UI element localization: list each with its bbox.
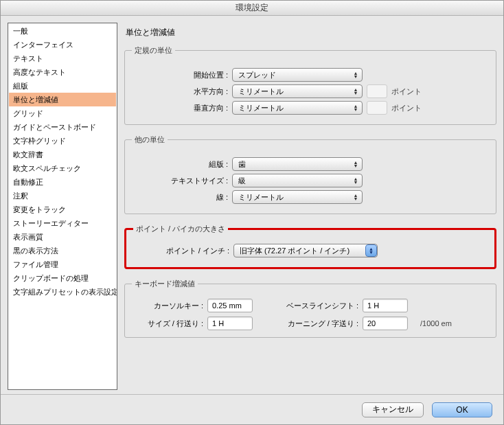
- typesetting-select[interactable]: 歯 ▲▼: [232, 157, 363, 171]
- kerning-tracking-input[interactable]: [363, 317, 408, 330]
- horizontal-label: 水平方向 :: [132, 87, 228, 97]
- sidebar-item[interactable]: 注釈: [9, 189, 116, 203]
- keyboard-increments-legend: キーボード増減値: [132, 279, 198, 289]
- chevron-updown-icon: ▲▼: [351, 88, 360, 95]
- origin-label: 開始位置 :: [132, 70, 228, 80]
- chevron-updown-icon: ▲▼: [351, 104, 360, 111]
- sidebar-item[interactable]: ファイル管理: [9, 257, 116, 271]
- kerning-unit: /1000 em: [417, 319, 489, 328]
- sidebar-item[interactable]: 欧文スペルチェック: [9, 161, 116, 175]
- cancel-button[interactable]: キャンセル: [362, 402, 424, 417]
- stroke-select[interactable]: ミリメートル ▲▼: [232, 190, 363, 204]
- sidebar-item[interactable]: 変更をトラック: [9, 203, 116, 216]
- point-pica-legend: ポイント / パイカの大きさ: [133, 224, 228, 234]
- point-inch-label: ポイント / インチ :: [133, 246, 229, 256]
- baseline-shift-input[interactable]: [363, 299, 408, 312]
- sidebar-item[interactable]: 黒の表示方法: [9, 244, 116, 257]
- category-sidebar: 一般インターフェイステキスト高度なテキスト組版単位と増減値グリッドガイドとペース…: [8, 23, 117, 390]
- baseline-shift-label: ベースラインシフト :: [262, 301, 363, 311]
- vertical-suffix: ポイント: [391, 103, 422, 113]
- dialog-footer: キャンセル OK: [1, 394, 503, 424]
- sidebar-item[interactable]: ストーリーエディター: [9, 216, 116, 230]
- chevron-updown-icon: ▲▼: [351, 71, 360, 78]
- panel-heading: 単位と増減値: [126, 27, 496, 38]
- textsize-select[interactable]: 級 ▲▼: [232, 174, 363, 187]
- typesetting-label: 組版 :: [132, 159, 228, 170]
- origin-select[interactable]: スプレッド ▲▼: [232, 68, 363, 82]
- sidebar-item[interactable]: 単位と増減値: [9, 93, 116, 106]
- chevron-updown-icon: ▲▼: [351, 194, 360, 200]
- chevron-updown-icon: ▲▼: [351, 177, 360, 184]
- sidebar-item[interactable]: クリップボードの処理: [9, 271, 116, 285]
- size-leading-input[interactable]: [207, 317, 253, 330]
- ok-button[interactable]: OK: [432, 402, 492, 417]
- point-pica-group: ポイント / パイカの大きさ ポイント / インチ : 旧字体 (72.27 ポ…: [124, 224, 496, 269]
- window-title: 環境設定: [236, 2, 268, 14]
- sidebar-item[interactable]: ガイドとペーストボード: [9, 120, 116, 134]
- chevron-updown-icon: ▲▼: [365, 244, 377, 257]
- sidebar-item[interactable]: 表示画質: [9, 230, 116, 244]
- other-units-group: 他の単位 組版 : 歯 ▲▼ テキストサイズ : 級 ▲▼ 線 :: [124, 135, 496, 214]
- size-leading-label: サイズ / 行送り :: [132, 319, 207, 329]
- textsize-label: テキストサイズ :: [132, 176, 228, 186]
- keyboard-increments-group: キーボード増減値 カーソルキー : ベースラインシフト : サイズ / 行送り …: [124, 279, 496, 338]
- horizontal-select[interactable]: ミリメートル ▲▼: [232, 84, 363, 98]
- settings-panel: 単位と増減値 定規の単位 開始位置 : スプレッド ▲▼ 水平方向 : ミリメー…: [124, 23, 496, 390]
- sidebar-item[interactable]: インターフェイス: [9, 38, 116, 51]
- vertical-label: 垂直方向 :: [132, 103, 228, 113]
- sidebar-item[interactable]: 組版: [9, 79, 116, 93]
- cursor-key-label: カーソルキー :: [132, 301, 207, 311]
- ruler-units-group: 定規の単位 開始位置 : スプレッド ▲▼ 水平方向 : ミリメートル ▲▼ ポ: [124, 45, 496, 125]
- preferences-window: 環境設定 一般インターフェイステキスト高度なテキスト組版単位と増減値グリッドガイ…: [0, 0, 504, 425]
- stroke-label: 線 :: [132, 192, 228, 203]
- sidebar-item[interactable]: 文字組みプリセットの表示設定: [9, 285, 116, 299]
- sidebar-item[interactable]: 一般: [9, 24, 116, 38]
- kerning-tracking-label: カーニング / 字送り :: [262, 319, 363, 329]
- sidebar-item[interactable]: 高度なテキスト: [9, 65, 116, 79]
- other-units-legend: 他の単位: [132, 135, 168, 145]
- sidebar-item[interactable]: テキスト: [9, 51, 116, 65]
- vertical-select[interactable]: ミリメートル ▲▼: [232, 101, 363, 115]
- vertical-points-input[interactable]: [367, 101, 387, 115]
- sidebar-item[interactable]: 自動修正: [9, 175, 116, 189]
- window-body: 一般インターフェイステキスト高度なテキスト組版単位と増減値グリッドガイドとペース…: [1, 16, 503, 394]
- cursor-key-input[interactable]: [207, 299, 253, 312]
- sidebar-item[interactable]: 文字枠グリッド: [9, 134, 116, 148]
- horizontal-suffix: ポイント: [391, 87, 422, 97]
- titlebar: 環境設定: [1, 1, 503, 16]
- sidebar-item[interactable]: グリッド: [9, 106, 116, 120]
- chevron-updown-icon: ▲▼: [351, 161, 360, 168]
- horizontal-points-input[interactable]: [367, 84, 387, 98]
- ruler-units-legend: 定規の単位: [132, 45, 175, 56]
- point-inch-select[interactable]: 旧字体 (72.27 ポイント / インチ) ▲▼: [233, 244, 378, 257]
- sidebar-item[interactable]: 欧文辞書: [9, 148, 116, 161]
